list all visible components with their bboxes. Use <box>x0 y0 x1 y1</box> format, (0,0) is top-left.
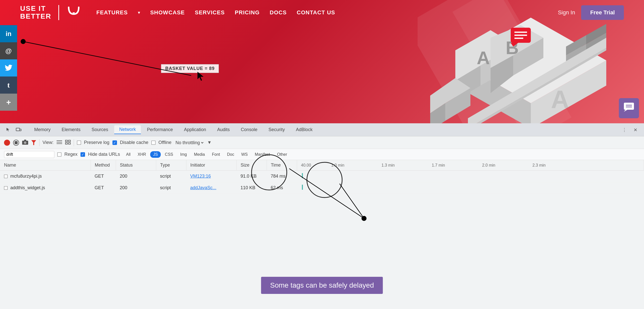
navigation: USE ITBETTER FEATURES ▾ SHOWCASE SERVICE… <box>0 0 644 25</box>
nav-showcase[interactable]: SHOWCASE <box>150 9 185 16</box>
devtools-close-icon[interactable]: × <box>631 125 640 134</box>
basket-tooltip: BASKET VALUE = 89 <box>161 64 219 73</box>
svg-point-42 <box>24 141 26 144</box>
chat-icon <box>623 102 634 114</box>
toolbar-separator <box>39 139 39 146</box>
table-row[interactable]: addthis_widget.js GET 200 script addJava… <box>0 182 644 194</box>
devtools-responsive-icon[interactable] <box>14 125 23 134</box>
tab-console[interactable]: Console <box>236 126 262 134</box>
svg-rect-43 <box>24 140 26 141</box>
filter-other[interactable]: Other <box>274 151 290 158</box>
offline-checkbox[interactable] <box>151 141 155 145</box>
toolbar-sep-2 <box>74 139 74 146</box>
col-waterfall[interactable]: 40.00 1.0 min 1.3 min 1.7 min 2.0 min 2.… <box>297 160 644 171</box>
camera-button[interactable] <box>22 140 28 146</box>
social-twitter[interactable] <box>0 59 17 76</box>
cell-name-2: addthis_widget.js <box>0 182 91 194</box>
wf-tick-2: 1.3 min <box>382 163 432 168</box>
tab-security[interactable]: Security <box>263 126 290 134</box>
website-hero: USE ITBETTER FEATURES ▾ SHOWCASE SERVICE… <box>0 0 644 123</box>
tab-network[interactable]: Network <box>114 125 141 134</box>
view-list-icon[interactable] <box>57 140 62 145</box>
nav-features[interactable]: FEATURES <box>96 9 128 16</box>
disable-cache-label: Disable cache <box>120 140 148 145</box>
throttle-select[interactable]: No throttling <box>175 140 204 145</box>
filter-ws[interactable]: WS <box>238 151 251 158</box>
tab-adblock[interactable]: AdBlock <box>291 126 317 134</box>
nav-services[interactable]: SERVICES <box>195 9 225 16</box>
nav-links: FEATURES ▾ SHOWCASE SERVICES PRICING DOC… <box>96 9 558 16</box>
social-linkedin[interactable]: in <box>0 25 17 42</box>
tab-sources[interactable]: Sources <box>87 126 113 134</box>
cell-status-2: 200 <box>116 182 156 194</box>
table-body: mcfu8urzy4pi.js GET 200 script VM123:16 … <box>0 171 644 194</box>
logo-divider <box>58 5 59 20</box>
view-grid-icon[interactable] <box>65 140 71 145</box>
tab-audits[interactable]: Audits <box>212 126 235 134</box>
svg-rect-48 <box>68 140 70 142</box>
free-trial-button[interactable]: Free Trial <box>581 5 624 20</box>
filter-xhr[interactable]: XHR <box>135 151 149 158</box>
record-button[interactable] <box>4 140 10 146</box>
view-label: View: <box>43 140 54 145</box>
filter-media[interactable]: Media <box>191 151 208 158</box>
devtools-actions: ⋮ × <box>620 125 640 134</box>
hide-data-urls-checkbox[interactable] <box>80 152 85 157</box>
stop-button[interactable] <box>13 140 19 146</box>
preserve-log-label: Preserve log <box>84 140 109 145</box>
social-plus[interactable]: + <box>0 94 17 111</box>
table-row[interactable]: mcfu8urzy4pi.js GET 200 script VM123:16 … <box>0 171 644 182</box>
wf-tick-3: 1.7 min <box>432 163 482 168</box>
throttle-arrow: ▼ <box>207 140 212 145</box>
col-name[interactable]: Name <box>0 160 91 171</box>
col-type[interactable]: Type <box>156 160 186 171</box>
devtools-pointer-icon[interactable] <box>4 125 13 134</box>
sign-in-link[interactable]: Sign In <box>558 9 575 16</box>
devtools-more-icon[interactable]: ⋮ <box>620 125 629 134</box>
social-tumblr[interactable]: t <box>0 76 17 94</box>
tab-application[interactable]: Application <box>179 126 211 134</box>
tab-elements[interactable]: Elements <box>57 126 86 134</box>
svg-rect-50 <box>68 143 70 144</box>
svg-rect-39 <box>16 128 20 131</box>
preserve-log-checkbox[interactable] <box>77 141 81 145</box>
nav-contact[interactable]: CONTACT US <box>297 9 335 16</box>
tab-memory[interactable]: Memory <box>29 126 56 134</box>
filter-icon[interactable] <box>31 140 36 145</box>
col-status[interactable]: Status <box>116 160 156 171</box>
filter-manifest[interactable]: Manifest <box>252 151 273 158</box>
filter-doc[interactable]: Doc <box>224 151 237 158</box>
col-size[interactable]: Size <box>236 160 267 171</box>
filter-font[interactable]: Font <box>209 151 223 158</box>
svg-rect-49 <box>65 143 67 144</box>
devtools-tabs-bar: Memory Elements Sources Network Performa… <box>0 123 644 136</box>
col-time[interactable]: Time <box>267 160 297 171</box>
logo[interactable]: USE ITBETTER <box>20 4 81 22</box>
col-method[interactable]: Method <box>91 160 116 171</box>
cell-waterfall-1 <box>297 171 644 182</box>
cell-time-2: 62 ms <box>267 182 297 194</box>
tab-performance[interactable]: Performance <box>142 126 178 134</box>
col-initiator[interactable]: Initiator <box>186 160 236 171</box>
filter-js[interactable]: JS <box>150 151 161 158</box>
network-table-container: Name Method Status Type Initiator Size T… <box>0 160 644 194</box>
caption-box: Some tags can be safely delayed <box>261 277 383 294</box>
offline-label: Offline <box>158 140 172 145</box>
regex-checkbox[interactable] <box>57 152 61 157</box>
search-input[interactable] <box>4 151 54 158</box>
social-email[interactable]: @ <box>0 42 17 59</box>
cell-size-2: 110 KB <box>236 182 267 194</box>
nav-pricing[interactable]: PRICING <box>235 9 260 16</box>
logo-icon <box>66 4 81 22</box>
disable-cache-checkbox[interactable] <box>112 140 117 145</box>
chat-widget[interactable] <box>619 98 639 118</box>
hide-data-urls-label: Hide data URLs <box>88 152 120 157</box>
cell-status-1: 200 <box>116 171 156 182</box>
filter-css[interactable]: CSS <box>162 151 176 158</box>
social-sidebar: in @ t + <box>0 25 17 111</box>
logo-text: USE ITBETTER <box>20 5 51 20</box>
nav-docs[interactable]: DOCS <box>270 9 287 16</box>
filter-img[interactable]: Img <box>177 151 190 158</box>
table-header-row: Name Method Status Type Initiator Size T… <box>0 160 644 171</box>
filter-all[interactable]: All <box>123 151 134 158</box>
